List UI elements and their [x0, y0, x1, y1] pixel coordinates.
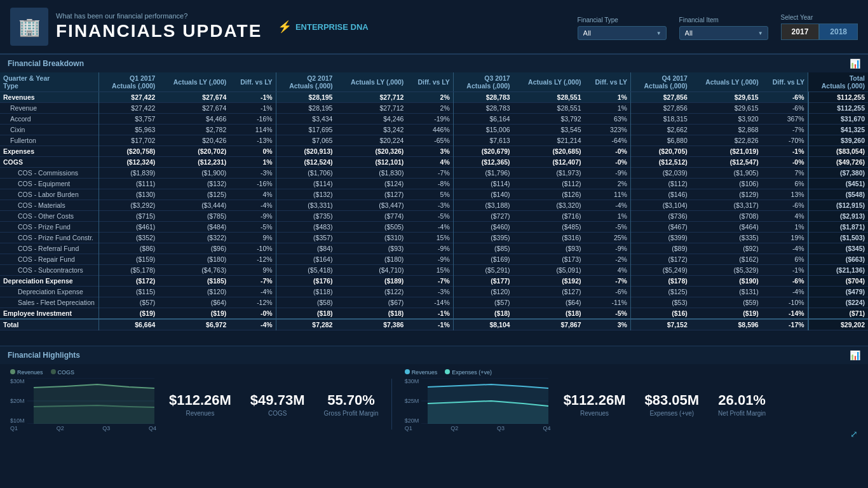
row-cell: $28,551: [513, 92, 585, 103]
row-cell: ($736): [630, 211, 690, 222]
brand-icon: ⚡: [278, 20, 292, 34]
row-cell: 6%: [762, 254, 808, 265]
row-cell: 2%: [585, 179, 631, 189]
row-cell: ($785): [158, 211, 229, 222]
row-cell: -1%: [762, 265, 808, 276]
row-cell: ($4,763): [158, 265, 229, 276]
chart2-legend-revenues: Revenues: [405, 369, 438, 376]
row-cell: $41,325: [808, 125, 868, 135]
row-cell: ($190): [691, 276, 762, 287]
row-cell: ($177): [453, 276, 513, 287]
row-cell: 11%: [585, 189, 631, 200]
row-cell: $6,164: [453, 114, 513, 125]
row-label: Sales - Fleet Depreciation: [0, 297, 98, 308]
row-cell: ($49,726): [808, 157, 868, 168]
row-cell: -1%: [229, 92, 276, 103]
breakdown-header: Financial Breakdown 📊: [0, 54, 868, 72]
row-cell: ($399): [630, 233, 690, 243]
row-cell: -7%: [229, 276, 276, 287]
row-cell: -6%: [762, 200, 808, 211]
year-2017-button[interactable]: 2017: [781, 24, 820, 40]
row-cell: -14%: [762, 308, 808, 320]
kpi3-label: Gross Profit Margin: [323, 410, 378, 417]
header-title: FINANCIALS UPDATE: [56, 21, 265, 41]
row-cell: $3,920: [691, 114, 762, 125]
row-cell: $3,545: [513, 125, 585, 135]
row-cell: -7%: [762, 125, 808, 135]
row-cell: ($130): [98, 189, 158, 200]
row-label: Depreciation Expense: [0, 287, 98, 297]
kpi3-value: 55.70%: [323, 392, 378, 409]
financial-table-container[interactable]: Quarter & YearType Q1 2017Actuals (,000)…: [0, 72, 868, 346]
kpi3: 55.70% Gross Profit Margin: [323, 392, 378, 417]
row-cell: -16%: [229, 179, 276, 189]
row-cell: -19%: [407, 114, 453, 125]
row-cell: $2,868: [691, 125, 762, 135]
kpi-group2: $112.26M Revenues $83.05M Expenses (+ve)…: [564, 392, 766, 417]
row-cell: ($716): [513, 211, 585, 222]
financial-type-wrapper[interactable]: All: [578, 26, 667, 40]
col-q2-diff-header: Diff. vs LY: [407, 72, 453, 92]
kpi5-label: Expenses (+ve): [644, 410, 699, 417]
row-cell: ($57): [453, 297, 513, 308]
row-cell: ($727): [453, 211, 513, 222]
row-cell: -4%: [229, 287, 276, 297]
financial-item-select[interactable]: All: [679, 26, 768, 40]
row-cell: ($86): [98, 243, 158, 254]
row-cell: ($2,913): [808, 211, 868, 222]
row-cell: ($5,291): [453, 265, 513, 276]
col-q1-ly-header: Actuals LY (,000): [158, 72, 229, 92]
table-row: Sales - Fleet Depreciation($57)($64)-12%…: [0, 297, 868, 308]
kpi5: $83.05M Expenses (+ve): [644, 392, 699, 417]
table-row: COGS($12,324)($12,231)1%($12,524)($12,10…: [0, 157, 868, 168]
table-row: Employee Investment($19)($19)-0%($18)($1…: [0, 308, 868, 320]
row-cell: $39,260: [808, 135, 868, 146]
row-cell: ($126): [513, 189, 585, 200]
row-cell: $7,386: [336, 319, 407, 330]
row-cell: -6%: [585, 287, 631, 297]
row-cell: $29,615: [691, 103, 762, 114]
row-cell: -9%: [585, 168, 631, 179]
row-cell: $3,242: [336, 125, 407, 135]
col-total-header: TotalActuals (,000): [808, 72, 868, 92]
row-cell: ($3,447): [336, 200, 407, 211]
row-cell: ($12,524): [276, 157, 336, 168]
row-cell: ($21,019): [691, 146, 762, 157]
row-label: Total: [0, 319, 98, 330]
financial-item-wrapper[interactable]: All: [679, 26, 768, 40]
row-cell: ($83,054): [808, 146, 868, 157]
row-cell: $7,613: [453, 135, 513, 146]
year-2018-button[interactable]: 2018: [819, 24, 858, 40]
row-cell: -0%: [762, 157, 808, 168]
kpi2-label: COGS: [250, 410, 305, 417]
highlights-title: Financial Highlights: [8, 351, 80, 360]
row-cell: $28,195: [276, 92, 336, 103]
row-cell: $27,674: [158, 92, 229, 103]
row-cell: 3%: [585, 319, 631, 330]
row-cell: ($479): [808, 287, 868, 297]
header-controls: Financial Type All Financial Item All Se…: [578, 14, 858, 40]
row-label: Expenses: [0, 146, 98, 157]
row-cell: $4,466: [158, 114, 229, 125]
row-cell: 4%: [229, 189, 276, 200]
row-cell: 367%: [762, 114, 808, 125]
row-cell: ($505): [336, 222, 407, 233]
col-q2-actuals-header: Q2 2017Actuals (,000): [276, 72, 336, 92]
row-cell: -5%: [585, 308, 631, 320]
row-cell: -7%: [407, 276, 453, 287]
row-cell: ($59): [691, 297, 762, 308]
row-label: Cixin: [0, 125, 98, 135]
row-cell: ($3,444): [158, 200, 229, 211]
financial-item-label: Financial Item: [679, 17, 768, 24]
row-cell: ($124): [336, 179, 407, 189]
row-cell: ($122): [336, 287, 407, 297]
expand-icon[interactable]: ⤢: [850, 429, 858, 439]
row-cell: $17,702: [98, 135, 158, 146]
row-cell: -5%: [407, 211, 453, 222]
row-label: COS - Materials: [0, 200, 98, 211]
row-cell: $18,315: [630, 114, 690, 125]
row-cell: ($16): [630, 308, 690, 320]
financial-type-select[interactable]: All: [578, 26, 667, 40]
row-cell: -14%: [407, 297, 453, 308]
table-row: COS - Prize Fund Constr.($352)($322)9%($…: [0, 233, 868, 243]
